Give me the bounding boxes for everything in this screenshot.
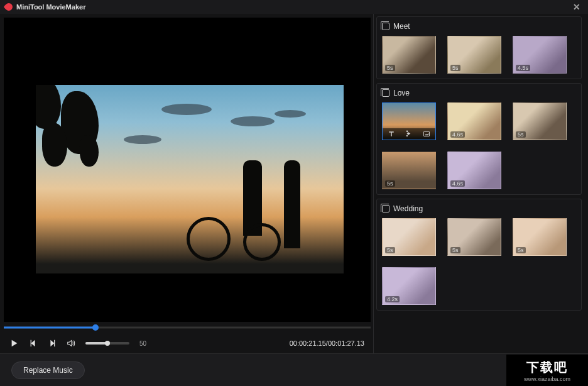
image-tool-icon[interactable]: [423, 130, 430, 138]
section-header[interactable]: Meet: [382, 17, 576, 36]
thumb-grid-love: 4.6s 5s 5s 4.6s: [382, 102, 576, 189]
clip-thumb[interactable]: 4.5s: [513, 36, 567, 74]
volume-icon[interactable]: [67, 339, 75, 348]
progress-slider[interactable]: [4, 322, 371, 333]
watermark-text: 下载吧: [526, 359, 568, 376]
clip-thumb[interactable]: 5s: [447, 218, 501, 256]
watermark-url: www.xiazaiba.com: [524, 376, 570, 382]
section-header[interactable]: Wedding: [382, 199, 576, 218]
clip-thumb[interactable]: 5s: [513, 102, 567, 140]
prev-frame-icon[interactable]: [29, 339, 38, 348]
clip-thumb[interactable]: 4.6s: [447, 102, 501, 140]
text-tool-icon[interactable]: [388, 130, 395, 138]
player-controls: 50 00:00:21.15/00:01:27.13: [4, 333, 371, 353]
thumb-actions: [383, 128, 435, 140]
volume-value: 50: [139, 340, 146, 347]
clip-thumb[interactable]: 5s: [382, 218, 436, 256]
section-title: Meet: [393, 22, 410, 31]
preview-viewport[interactable]: [4, 18, 371, 322]
app-title: MiniTool MovieMaker: [16, 3, 85, 11]
clip-thumb[interactable]: 5s: [382, 36, 436, 74]
preview-frame: [36, 85, 344, 273]
main-area: 50 00:00:21.15/00:01:27.13 Meet 5s 5s 4.…: [0, 14, 588, 353]
section-header[interactable]: Love: [382, 84, 576, 102]
svg-rect-0: [424, 131, 430, 136]
clip-thumb[interactable]: 4.2s: [382, 267, 436, 305]
section-title: Wedding: [393, 204, 423, 213]
volume-slider[interactable]: [85, 342, 129, 345]
clip-thumb[interactable]: 5s: [447, 36, 501, 74]
bottom-bar: Replace Music Back: [0, 353, 588, 386]
total-time: 00:01:27.13: [328, 339, 364, 347]
watermark: 下载吧 www.xiazaiba.com: [506, 355, 588, 386]
time-display: 00:00:21.15/00:01:27.13: [290, 339, 364, 347]
close-icon[interactable]: ✕: [570, 2, 583, 12]
clip-thumb[interactable]: 4.6s: [447, 152, 501, 189]
play-icon[interactable]: [10, 339, 19, 348]
replace-music-button[interactable]: Replace Music: [11, 361, 85, 379]
thumb-grid-meet: 5s 5s 4.5s: [382, 36, 576, 74]
thumb-grid-wedding: 5s 5s 5s 4.2s: [382, 218, 576, 305]
app-logo-icon: [4, 2, 14, 13]
stack-icon: [382, 89, 389, 97]
stack-icon: [382, 23, 389, 30]
cut-tool-icon[interactable]: [405, 130, 413, 138]
section-meet: Meet 5s 5s 4.5s: [376, 16, 582, 79]
current-time: 00:00:21.15: [290, 339, 326, 347]
clip-thumb[interactable]: 5s: [382, 152, 436, 189]
section-title: Love: [393, 89, 410, 97]
preview-column: 50 00:00:21.15/00:01:27.13: [0, 14, 373, 353]
stack-icon: [382, 205, 389, 212]
clip-library[interactable]: Meet 5s 5s 4.5s Love: [373, 14, 584, 353]
clip-thumb[interactable]: 5s: [513, 218, 567, 256]
section-wedding: Wedding 5s 5s 5s 4.2s: [376, 199, 582, 311]
titlebar: MiniTool MovieMaker ✕: [0, 0, 588, 14]
section-love: Love 4.6s 5s 5s 4.6s: [376, 83, 582, 195]
clip-thumb-selected[interactable]: [382, 102, 436, 140]
next-frame-icon[interactable]: [48, 339, 57, 348]
